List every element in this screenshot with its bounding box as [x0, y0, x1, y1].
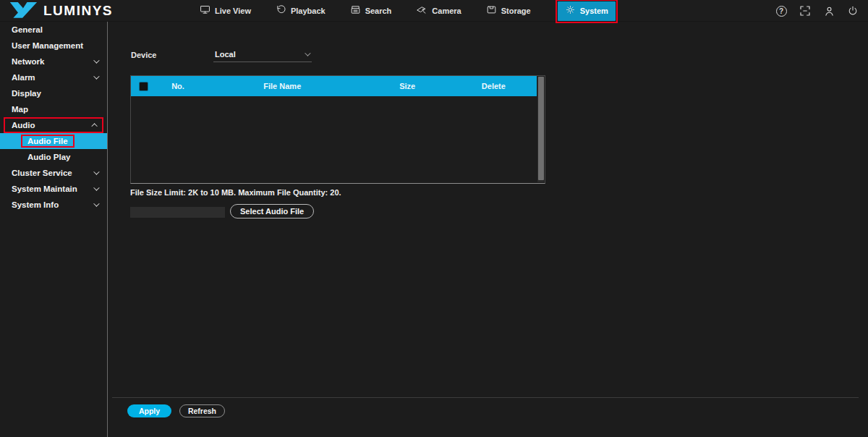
- help-icon[interactable]: ?: [775, 4, 788, 17]
- nav-playback[interactable]: Playback: [276, 0, 326, 22]
- sidebar-item-display[interactable]: Display: [0, 85, 107, 101]
- sidebar-item-general[interactable]: General: [0, 22, 107, 38]
- footer-divider: [112, 397, 859, 398]
- brand-logo: LUMINYS: [9, 0, 113, 22]
- chevron-down-icon: [305, 50, 310, 56]
- annotation-box-audio: Audio: [4, 117, 103, 133]
- user-icon[interactable]: [822, 4, 835, 17]
- chevron-down-icon: [93, 200, 99, 206]
- table-header-file-name: File Name: [200, 82, 365, 90]
- select-audio-file-button[interactable]: Select Audio File: [230, 204, 314, 218]
- sidebar-item-network[interactable]: Network: [0, 54, 107, 69]
- playback-rewind-icon: [276, 4, 286, 18]
- nav-camera[interactable]: Camera: [416, 0, 461, 22]
- search-archive-icon: [350, 4, 361, 18]
- device-row: Device Local: [131, 51, 156, 59]
- file-size-limit-note: File Size Limit: 2K to 10 MB. Maximum Fi…: [130, 188, 341, 197]
- brand-name: LUMINYS: [43, 3, 113, 19]
- table-header-no: No.: [156, 82, 200, 90]
- topbar-utilities: ?: [775, 0, 859, 22]
- sidebar-item-map[interactable]: Map: [0, 101, 107, 117]
- sidebar-item-audio-file[interactable]: Audio File: [0, 133, 107, 149]
- chevron-down-icon: [93, 169, 99, 174]
- settings-sidebar: General User Management Network Alarm Di…: [0, 22, 108, 437]
- file-path-input[interactable]: [130, 207, 225, 218]
- annotation-box-system: System: [556, 0, 618, 23]
- nav-label: Search: [365, 7, 392, 15]
- table-body-empty: [131, 96, 545, 183]
- device-label: Device: [131, 51, 156, 59]
- main-navigation: Live View Playback Search Camera: [200, 0, 618, 22]
- nav-live-view[interactable]: Live View: [200, 0, 251, 22]
- sidebar-item-system-maintain[interactable]: System Maintain: [0, 181, 107, 197]
- scrollbar-thumb[interactable]: [538, 77, 544, 180]
- device-select-value: Local: [215, 50, 236, 59]
- monitor-icon: [200, 4, 210, 18]
- chevron-down-icon: [93, 73, 99, 79]
- app-window: LUMINYS Live View Playback Search: [0, 0, 868, 437]
- table-header-checkbox-cell: [131, 82, 156, 91]
- nav-label: Live View: [215, 7, 251, 15]
- chevron-down-icon: [93, 184, 99, 190]
- gear-icon: [565, 4, 576, 18]
- nav-label: Playback: [291, 7, 326, 15]
- table-header-delete: Delete: [451, 82, 537, 90]
- annotation-box-audio-file: Audio File: [21, 135, 75, 148]
- sidebar-item-audio[interactable]: Audio: [12, 119, 98, 132]
- chevron-up-icon: [91, 123, 97, 129]
- storage-box-icon: [486, 4, 497, 18]
- sidebar-item-alarm[interactable]: Alarm: [0, 69, 107, 85]
- table-scrollbar[interactable]: [537, 77, 544, 182]
- topbar: LUMINYS Live View Playback Search: [0, 0, 868, 22]
- audio-file-panel: Device Local No. File Name Size Delete F…: [109, 22, 868, 437]
- sidebar-item-cluster-service[interactable]: Cluster Service: [0, 165, 107, 181]
- power-icon[interactable]: [846, 4, 859, 17]
- nav-label: Camera: [432, 7, 461, 15]
- nav-system[interactable]: System: [558, 1, 616, 21]
- table-header-size: Size: [365, 82, 451, 90]
- sidebar-item-user-management[interactable]: User Management: [0, 38, 107, 54]
- device-select-dropdown[interactable]: Local: [213, 48, 312, 62]
- sidebar-item-audio-play[interactable]: Audio Play: [0, 149, 107, 165]
- chevron-down-icon: [93, 57, 99, 63]
- nav-storage[interactable]: Storage: [486, 0, 531, 22]
- apply-button[interactable]: Apply: [127, 404, 171, 417]
- sidebar-item-system-info[interactable]: System Info: [0, 197, 107, 213]
- audio-file-table: No. File Name Size Delete: [130, 75, 545, 184]
- nav-search[interactable]: Search: [350, 0, 392, 22]
- nav-label: System: [580, 7, 608, 15]
- select-all-checkbox[interactable]: [139, 82, 148, 91]
- table-header-row: No. File Name Size Delete: [131, 76, 537, 96]
- fullscreen-icon[interactable]: [799, 4, 812, 17]
- luminys-y-logo-icon: [9, 0, 38, 22]
- refresh-button[interactable]: Refresh: [179, 404, 225, 417]
- camera-icon: [416, 4, 427, 18]
- nav-label: Storage: [501, 7, 531, 15]
